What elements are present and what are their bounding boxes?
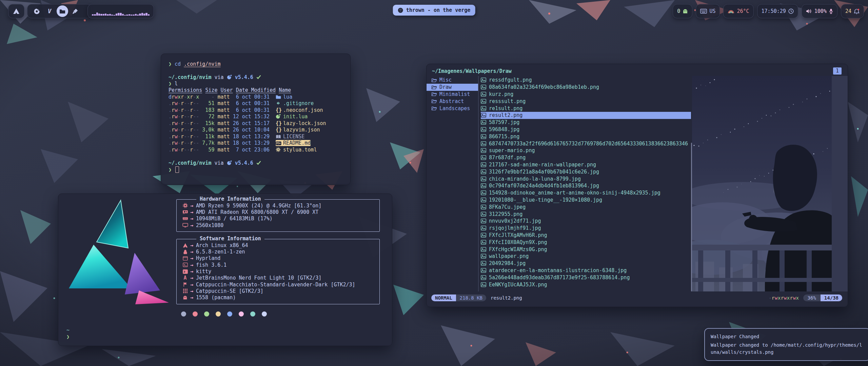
sidebar-item-misc[interactable]: Misc bbox=[427, 77, 478, 84]
file-row[interactable]: 217167-sad-anime-rain-wallpaper.png bbox=[481, 161, 691, 168]
sidebar-item-minimalist[interactable]: Minimalist bbox=[427, 91, 478, 98]
audio-visualizer[interactable] bbox=[87, 4, 154, 18]
file-manager-window[interactable]: ~/Imagenes/Wallpapers/Draw 1 MiscDrawMin… bbox=[426, 64, 848, 307]
firefox-icon[interactable] bbox=[31, 5, 42, 17]
fetch-info-row: →10948MiB / 64183MiB (17%) bbox=[180, 216, 376, 222]
fetch-info-row: →1558 (pacman) bbox=[180, 294, 376, 301]
distro-logo bbox=[67, 199, 169, 304]
keyboard-layout-widget[interactable]: US bbox=[696, 4, 720, 18]
terminal-input-line[interactable]: ❯ bbox=[169, 166, 343, 173]
file-row[interactable]: kurz.png bbox=[481, 91, 691, 98]
tab-badge[interactable]: 1 bbox=[833, 67, 842, 75]
clock-label: 17:50:29 bbox=[762, 8, 786, 14]
terminal-file-row: .rw-r--r-- 183 matt 6 oct 00:31 {}.neoco… bbox=[169, 107, 343, 114]
terminal-file-row: .rw-r--r-- 59 matt 7 oct 23:06 stylua.to… bbox=[169, 147, 343, 154]
file-row[interactable]: resssult.png bbox=[481, 98, 691, 105]
term-icon bbox=[180, 269, 190, 274]
file-list: ressdfgult.png08a634fa02a32364f69ebc86a9… bbox=[479, 76, 691, 291]
fetch-window[interactable]: Hardware Information →AMD Ryzen 9 5900X … bbox=[58, 194, 392, 346]
file-row[interactable]: 5a266e448add93deab367d87173e9f25-6837886… bbox=[481, 274, 691, 281]
file-row[interactable]: 19201080-__blue-tinge__-1920×1080.jpg bbox=[481, 197, 691, 204]
arrow-icon: → bbox=[190, 268, 193, 274]
image-file-icon bbox=[481, 148, 489, 153]
system-tray: 0 US 26°C 17:50:29 10 bbox=[673, 4, 864, 18]
fetch-info-row: →kitty bbox=[180, 268, 376, 274]
arrow-icon: → bbox=[190, 294, 193, 301]
file-type-icon: {} bbox=[276, 120, 283, 127]
file-row[interactable]: EeNKYgIUcAAJ5JX.png bbox=[481, 281, 691, 288]
visualizer-bar bbox=[133, 15, 134, 16]
brush-icon[interactable] bbox=[70, 5, 81, 17]
file-row[interactable]: rsjqojlmjhf91.jpg bbox=[481, 225, 691, 232]
sidebar-item-abstract[interactable]: Abstract bbox=[427, 98, 478, 105]
palette-dot bbox=[262, 311, 267, 317]
file-row[interactable]: wallpaper.png bbox=[481, 253, 691, 260]
palette-dot bbox=[204, 311, 209, 317]
pacman-icon bbox=[180, 295, 190, 300]
vim-icon[interactable]: V bbox=[44, 5, 55, 17]
bell-icon bbox=[854, 8, 860, 14]
image-file-icon bbox=[481, 226, 489, 230]
file-row[interactable]: FXfcJlTXgAMvH6R.png bbox=[481, 232, 691, 239]
sidebar-item-draw[interactable]: Draw bbox=[427, 84, 478, 91]
check-icon bbox=[256, 74, 261, 80]
fetch-info-row: →6.5.8-zen1-1-zen bbox=[180, 248, 376, 255]
file-row[interactable]: 866715.png bbox=[481, 133, 691, 140]
fetch-prompt[interactable]: ~ ❯ bbox=[66, 327, 70, 340]
file-row[interactable]: 596848.jpg bbox=[481, 126, 691, 133]
active-window-title[interactable]: thrown - on the verge bbox=[393, 5, 475, 16]
file-row[interactable]: super-mario.png bbox=[481, 147, 691, 154]
folder-open-icon bbox=[431, 92, 439, 96]
visualizer-bar bbox=[107, 14, 108, 16]
sidebar-item-landscapes[interactable]: Landscapes bbox=[427, 105, 478, 112]
folder-icon[interactable] bbox=[57, 5, 68, 17]
file-row[interactable]: atardecer-en-la-montanas-ilustracion-634… bbox=[481, 267, 691, 274]
file-row[interactable]: 20492984.jpg bbox=[481, 260, 691, 267]
palette-dot bbox=[216, 311, 221, 317]
file-row[interactable]: 3122955.png bbox=[481, 210, 691, 218]
preview-image bbox=[692, 76, 832, 291]
file-row[interactable]: 154928-odinokoe_anime-art-anime-okno-sin… bbox=[481, 189, 691, 197]
file-row[interactable]: 87r687df.png bbox=[481, 154, 691, 161]
file-row[interactable]: 3126f7e9bbf21a8a4af0b67b041c6e26.jpg bbox=[481, 168, 691, 175]
file-row[interactable]: result2.png bbox=[481, 112, 691, 119]
image-file-icon bbox=[481, 198, 489, 202]
image-file-icon bbox=[481, 141, 489, 146]
file-row[interactable]: FXfcII0X0AQyn9X.png bbox=[481, 239, 691, 246]
visualizer-bar bbox=[116, 14, 117, 16]
file-row[interactable]: 08a634fa02a32364f69ebc86a98eb1eb.png bbox=[481, 84, 691, 91]
file-type-icon bbox=[276, 147, 283, 154]
weather-widget[interactable]: 26°C bbox=[723, 4, 753, 18]
audio-widget[interactable]: 100% bbox=[802, 4, 837, 18]
file-row[interactable]: 587597.jpg bbox=[481, 119, 691, 126]
visualizer-bar bbox=[96, 13, 98, 16]
scroll-percent-badge: 36% bbox=[803, 294, 821, 301]
terminal-palette bbox=[181, 311, 380, 317]
visualizer-bar bbox=[111, 15, 113, 16]
file-row[interactable]: 68747470733a2f2f696d616765732d7769786d70… bbox=[481, 140, 691, 147]
file-row[interactable]: nnvuv0xj2df71.jpg bbox=[481, 218, 691, 225]
file-row[interactable]: re1sult.png bbox=[481, 105, 691, 112]
notifications-widget[interactable]: 24 bbox=[841, 4, 864, 18]
terminal-file-row: .rw-r--r-- 3,0k matt 26 oct 10:04 {}lazy… bbox=[169, 127, 343, 134]
shell-icon bbox=[180, 263, 190, 267]
file-row[interactable]: chica-mirando-la-luna-8799.jpg bbox=[481, 175, 691, 182]
visualizer-bar bbox=[120, 13, 121, 16]
terminal-window[interactable]: ❯ cd .config/nvim ~/.config/nvim via v5.… bbox=[161, 54, 351, 185]
file-row[interactable]: 8FKa7Cu.jpeg bbox=[481, 203, 691, 210]
ls-output: drwxr-xr-x - matt 6 oct 00:31 lua.rw-r--… bbox=[169, 94, 343, 154]
check-icon bbox=[256, 160, 261, 166]
launcher-button[interactable] bbox=[8, 4, 24, 18]
image-file-icon bbox=[481, 275, 489, 280]
updates-widget[interactable]: 0 bbox=[673, 4, 692, 18]
visualizer-bar bbox=[98, 14, 100, 16]
notification-popup[interactable]: Wallpaper Changed Wallpaper changed to /… bbox=[704, 328, 868, 361]
file-row[interactable]: 0c794faf07de24a4db4d4fb1eb813964.jpg bbox=[481, 182, 691, 189]
arrow-icon: → bbox=[190, 262, 193, 268]
file-row[interactable]: ressdfgult.png bbox=[481, 77, 691, 84]
visualizer-bar bbox=[135, 14, 137, 16]
file-row[interactable]: FXfcHgcWIAMzs0G.png bbox=[481, 246, 691, 253]
image-file-icon bbox=[481, 177, 489, 181]
clock-widget[interactable]: 17:50:29 bbox=[757, 4, 798, 18]
visualizer-bar bbox=[122, 14, 124, 16]
